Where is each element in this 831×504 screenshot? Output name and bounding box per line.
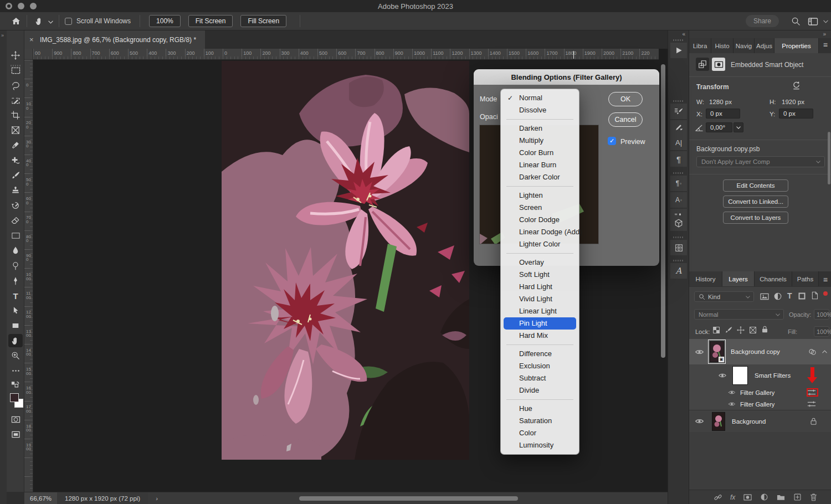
tab-history[interactable]: History xyxy=(689,271,722,286)
hand-tool[interactable] xyxy=(8,334,23,347)
menu-item-linear-burn[interactable]: Linear Burn xyxy=(501,159,579,171)
properties-scrollbar[interactable] xyxy=(828,132,830,184)
hand-tool-chevron-icon[interactable] xyxy=(48,20,53,24)
menu-item-color[interactable]: Color xyxy=(501,427,579,439)
h-value[interactable]: 1920 px xyxy=(782,99,804,105)
filter-toggle-icon[interactable] xyxy=(823,291,828,296)
home-icon[interactable] xyxy=(11,16,21,26)
menu-item-soft-light[interactable]: Soft Light xyxy=(501,269,579,281)
eraser-tool[interactable] xyxy=(8,214,23,227)
crop-tool[interactable] xyxy=(8,109,23,122)
layer-row-background[interactable]: Background xyxy=(689,410,831,432)
workspace-icon[interactable] xyxy=(808,18,818,25)
canvas-horizontal-scrollbar[interactable] xyxy=(299,496,518,501)
paragraph-panel-icon[interactable]: ¶ xyxy=(670,151,687,167)
lock-all-icon[interactable] xyxy=(761,325,768,333)
gradient-tool[interactable] xyxy=(8,229,23,242)
tab-adjustments[interactable]: Adjus xyxy=(755,38,774,53)
panels-collapse-bar[interactable]: » xyxy=(689,30,831,38)
traffic-light-close[interactable] xyxy=(6,3,12,9)
menu-item-hard-light[interactable]: Hard Light xyxy=(501,281,579,293)
clone-stamp-tool[interactable] xyxy=(8,184,23,197)
smart-object-icon[interactable] xyxy=(696,58,709,71)
menu-item-darker-color[interactable]: Darker Color xyxy=(501,171,579,183)
menu-item-saturation[interactable]: Saturation xyxy=(501,415,579,427)
traffic-light-minimize[interactable] xyxy=(18,3,24,9)
angle-chevron-icon[interactable] xyxy=(733,122,743,132)
scroll-all-windows-checkbox[interactable] xyxy=(65,18,72,25)
zoom-100-button[interactable]: 100% xyxy=(149,15,181,27)
menu-item-divide[interactable]: Divide xyxy=(501,384,579,397)
transform-reset-icon[interactable] xyxy=(792,81,801,90)
filter-gallery-row-2[interactable]: Filter Gallery xyxy=(689,398,831,410)
menu-item-multiply[interactable]: Multiply xyxy=(501,135,579,147)
lock-pixels-icon[interactable] xyxy=(725,326,732,334)
filter-smart-objects-icon[interactable] xyxy=(811,291,819,300)
y-input[interactable]: 0 px xyxy=(779,109,813,119)
fill-screen-button[interactable]: Fill Screen xyxy=(240,15,286,27)
lock-transparency-icon[interactable] xyxy=(712,326,720,334)
mixer-brush-panel-icon[interactable] xyxy=(670,120,687,136)
menu-item-pin-light[interactable]: Pin Light xyxy=(504,317,576,330)
brush-tool[interactable] xyxy=(8,169,23,182)
menu-item-difference[interactable]: Difference xyxy=(501,348,579,360)
tab-paths[interactable]: Paths xyxy=(792,271,819,286)
document-tab[interactable]: × IMG_3588.jpg @ 66,7% (Background copy,… xyxy=(24,30,205,49)
layer-effects-icon[interactable]: fx xyxy=(730,493,735,501)
add-mask-icon[interactable] xyxy=(743,493,752,501)
blur-tool[interactable] xyxy=(8,244,23,257)
workspace-chevron-icon[interactable] xyxy=(823,20,828,23)
smart-filter-circles-icon[interactable] xyxy=(808,348,817,356)
tab-close-icon[interactable]: × xyxy=(29,35,34,44)
blend-mode-select[interactable]: Normal xyxy=(694,309,784,320)
visibility-eye-icon[interactable] xyxy=(728,390,736,395)
filter-shape-layers-icon[interactable] xyxy=(798,292,806,300)
tab-navigator[interactable]: Navig xyxy=(733,38,755,53)
path-selection-tool[interactable] xyxy=(8,304,23,317)
menu-item-linear-dodge-add-[interactable]: Linear Dodge (Add) xyxy=(501,226,579,238)
tab-histogram[interactable]: Histo xyxy=(711,38,733,53)
character-styles-panel-icon[interactable]: A▫ xyxy=(670,192,687,208)
menu-item-luminosity[interactable]: Luminosity xyxy=(501,439,579,451)
frame-tool[interactable] xyxy=(8,124,23,137)
mask-properties-icon[interactable] xyxy=(712,58,725,71)
vertical-ruler[interactable]: 0100200300400500600700800900100011001200… xyxy=(24,60,33,492)
menu-item-lighten[interactable]: Lighten xyxy=(501,189,579,202)
menu-item-linear-light[interactable]: Linear Light xyxy=(501,305,579,317)
zoom-tool[interactable] xyxy=(8,349,23,362)
tab-channels[interactable]: Channels xyxy=(755,271,792,286)
actions-panel-icon[interactable] xyxy=(670,43,687,58)
layer-thumbnail[interactable] xyxy=(712,412,725,431)
tab-properties[interactable]: Properties xyxy=(774,38,819,53)
preview-checkbox[interactable]: ✓ xyxy=(608,137,616,145)
strip-collapse-icon[interactable]: « xyxy=(682,31,685,37)
healing-brush-tool[interactable] xyxy=(8,154,23,167)
menu-item-lighter-color[interactable]: Lighter Color xyxy=(501,238,579,250)
menu-item-normal[interactable]: ✓Normal xyxy=(501,92,579,104)
move-tool[interactable] xyxy=(8,49,23,62)
canvas-vertical-scrollbar[interactable] xyxy=(661,64,665,358)
status-zoom-level[interactable]: 66,67% xyxy=(24,492,57,504)
angle-input[interactable]: 0,00° xyxy=(706,122,732,132)
new-layer-icon[interactable] xyxy=(793,493,802,501)
shape-tool[interactable] xyxy=(8,319,23,332)
filter-image-layers-icon[interactable] xyxy=(760,292,770,301)
share-button[interactable]: Share xyxy=(746,15,779,27)
lock-position-icon[interactable] xyxy=(737,326,745,334)
foreground-color-swatch[interactable] xyxy=(10,393,19,402)
smart-filters-row[interactable]: Smart Filters xyxy=(689,364,831,387)
visibility-eye-icon[interactable] xyxy=(718,373,727,378)
fill-select[interactable]: 100% xyxy=(814,326,829,337)
status-chevron-icon[interactable]: › xyxy=(156,495,158,502)
menu-item-hard-mix[interactable]: Hard Mix xyxy=(501,330,579,342)
type-tool[interactable]: T xyxy=(8,289,23,302)
properties-menu-icon[interactable]: ≡ xyxy=(823,40,828,49)
search-icon[interactable] xyxy=(791,17,801,26)
menu-item-color-burn[interactable]: Color Burn xyxy=(501,147,579,159)
menu-item-hue[interactable]: Hue xyxy=(501,403,579,415)
filter-adjustment-layers-icon[interactable] xyxy=(773,292,782,301)
menu-item-dissolve[interactable]: Dissolve xyxy=(501,104,579,116)
lasso-tool[interactable] xyxy=(8,79,23,92)
x-input[interactable]: 0 px xyxy=(706,109,740,119)
menu-item-vivid-light[interactable]: Vivid Light xyxy=(501,293,579,305)
